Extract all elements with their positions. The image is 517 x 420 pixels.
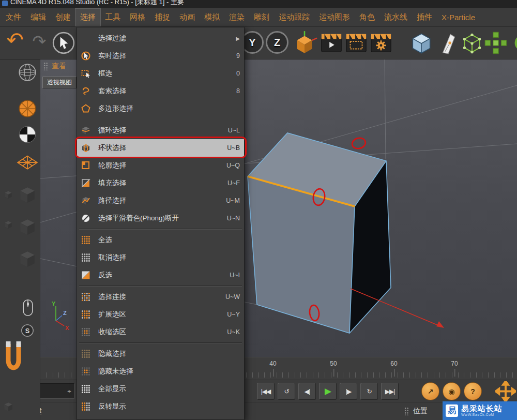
menu-创建[interactable]: 创建 — [51, 9, 75, 26]
go-to-end-button[interactable]: ▶▶| — [381, 383, 399, 400]
menu-运动跟踪[interactable]: 运动跟踪 — [274, 9, 314, 26]
menu-item-label: 环状选择 — [98, 143, 222, 153]
menu-item-label: 循环选择 — [98, 126, 223, 135]
menu-流水线[interactable]: 流水线 — [379, 9, 412, 26]
menu-item-隐藏未选择[interactable]: 隐藏未选择 — [77, 363, 244, 380]
menu-item-shortcut: 0 — [236, 70, 240, 77]
menu-捕捉[interactable]: 捕捉 — [150, 9, 175, 26]
menu-item-框选[interactable]: 框选0 — [77, 65, 244, 82]
dim-cube-icon[interactable] — [16, 183, 39, 206]
live-selection-tool-icon[interactable] — [52, 31, 75, 55]
menu-item-label: 套索选择 — [98, 86, 231, 96]
mouse-icon[interactable] — [20, 297, 36, 318]
wire-plane-icon[interactable] — [17, 149, 38, 171]
menu-item-shortcut: U~I — [230, 272, 240, 279]
gizmo-y-label: Y — [52, 301, 56, 307]
next-frame-button[interactable]: |▶ — [340, 383, 357, 400]
menu-item-label: 反转显示 — [98, 402, 235, 411]
menu-item-shortcut: 9 — [236, 52, 240, 59]
record-button[interactable]: ↗ — [421, 382, 439, 400]
keyframe-mode-button[interactable]: ◉ — [443, 382, 461, 400]
menu-item-选择过滤[interactable]: 选择过滤▶ — [77, 29, 244, 47]
menu-渲染[interactable]: 渲染 — [224, 9, 249, 26]
menu-角色[interactable]: 角色 — [355, 9, 379, 26]
menu-item-填充选择[interactable]: 填充选择U~F — [77, 174, 244, 192]
undo-icon[interactable]: ↶ — [3, 28, 27, 52]
menu-运动图形[interactable]: 运动图形 — [314, 9, 355, 26]
svg-text:S: S — [25, 327, 30, 335]
pen-icon[interactable] — [435, 29, 461, 56]
menu-item-扩展选区[interactable]: 扩展选区U~Y — [77, 306, 244, 323]
play-button[interactable]: ▶ — [319, 383, 337, 400]
menu-文件[interactable]: 文件 — [1, 9, 26, 26]
menu-插件[interactable]: 插件 — [412, 9, 437, 26]
view-label[interactable]: 透视视图 — [42, 77, 77, 88]
menu-X-Particle[interactable]: X-Particle — [437, 9, 480, 25]
menu-item-取消选择[interactable]: 取消选择 — [77, 249, 244, 266]
frame-spinner-icon[interactable]: ◂▸ — [67, 388, 71, 394]
menu-工具[interactable]: 工具 — [100, 9, 125, 26]
menu-选择[interactable]: 选择 — [75, 9, 100, 26]
help-button[interactable]: ? — [464, 382, 482, 400]
checker-sphere-icon[interactable] — [17, 124, 38, 145]
small-cube-icon[interactable] — [3, 219, 14, 230]
translate-handle-icon[interactable] — [495, 381, 516, 401]
axis-cube-icon[interactable] — [292, 29, 317, 55]
menu-item-反选[interactable]: 反选U~I — [77, 266, 244, 284]
wire-sphere-icon[interactable] — [17, 62, 38, 83]
menu-item-环状选择[interactable]: 环状选择U~B — [77, 139, 244, 157]
menu-雕刻[interactable]: 雕刻 — [249, 9, 274, 26]
next-key-button[interactable]: ↻ — [360, 383, 378, 400]
menu-item-label: 选择连接 — [98, 292, 220, 302]
redo-icon[interactable]: ↷ — [29, 31, 50, 52]
viewport-menu-view[interactable]: 查看 — [52, 62, 66, 71]
blue-cube-icon[interactable] — [408, 29, 434, 56]
status-position-label[interactable]: 位置 — [413, 407, 428, 416]
menu-item-选择连接[interactable]: 选择连接U~W — [77, 288, 244, 306]
dim-cube-icon[interactable] — [16, 247, 39, 271]
drag-handle-icon[interactable] — [43, 62, 48, 70]
menu-网格[interactable]: 网格 — [125, 9, 150, 26]
dim-cube-icon[interactable] — [16, 215, 39, 238]
menu-模拟[interactable]: 模拟 — [200, 9, 224, 26]
axis-lock-z-button[interactable]: Z — [266, 31, 288, 54]
timeline-tick-50: 50 — [330, 360, 337, 367]
hex-sphere-icon[interactable] — [17, 98, 38, 119]
menu-item-label: 隐藏未选择 — [98, 367, 235, 376]
menu-item-全部显示[interactable]: 全部显示 — [77, 380, 244, 398]
menu-item-隐藏选择[interactable]: 隐藏选择 — [77, 345, 244, 363]
s-badge-icon[interactable]: S — [19, 322, 36, 339]
menu-item-label: 填充选择 — [98, 178, 222, 188]
menu-item-实时选择[interactable]: 实时选择9 — [77, 47, 244, 65]
watermark-badge[interactable]: 易 易采站长站 WwW.EasCk.CoM — [443, 401, 517, 420]
menu-item-多边形选择[interactable]: 多边形选择 — [77, 100, 244, 117]
bottom-cube-icon[interactable] — [2, 400, 15, 413]
invert-visibility-icon — [81, 401, 94, 412]
magnet-icon[interactable] — [3, 340, 24, 377]
menu-item-反转显示[interactable]: 反转显示 — [77, 398, 244, 415]
rectangle-select-icon — [81, 68, 94, 79]
drag-handle-icon[interactable] — [404, 407, 409, 415]
menu-编辑[interactable]: 编辑 — [26, 9, 51, 26]
menu-item-全选[interactable]: 全选 — [77, 231, 244, 249]
select-all-icon — [81, 235, 94, 245]
green-cube-icon[interactable] — [459, 29, 485, 56]
status-right-group: 位置 — [404, 402, 428, 420]
render-region-icon[interactable] — [344, 31, 368, 55]
previous-frame-button[interactable]: ◀| — [298, 383, 316, 400]
menu-item-收缩选区[interactable]: 收缩选区U~K — [77, 323, 244, 341]
previous-key-button[interactable]: ↺ — [278, 383, 295, 400]
menu-item-路径选择[interactable]: 路径选择U~M — [77, 192, 244, 209]
partial-gear-icon[interactable] — [507, 29, 517, 56]
array-icon[interactable] — [483, 29, 509, 56]
render-settings-icon[interactable] — [369, 31, 393, 55]
go-to-start-button[interactable]: |◀◀ — [257, 383, 275, 400]
outline-selection-icon — [81, 160, 94, 171]
menu-动画[interactable]: 动画 — [175, 9, 200, 26]
menu-item-循环选择[interactable]: 循环选择U~L — [77, 122, 244, 139]
render-view-icon[interactable] — [320, 31, 343, 55]
menu-item-轮廓选择[interactable]: 轮廓选择U~Q — [77, 157, 244, 174]
small-cube-icon[interactable] — [3, 189, 14, 200]
menu-item-选择平滑着色(Phong)断开[interactable]: 选择平滑着色(Phong)断开U~N — [77, 209, 244, 227]
menu-item-套索选择[interactable]: 套索选择8 — [77, 82, 244, 100]
